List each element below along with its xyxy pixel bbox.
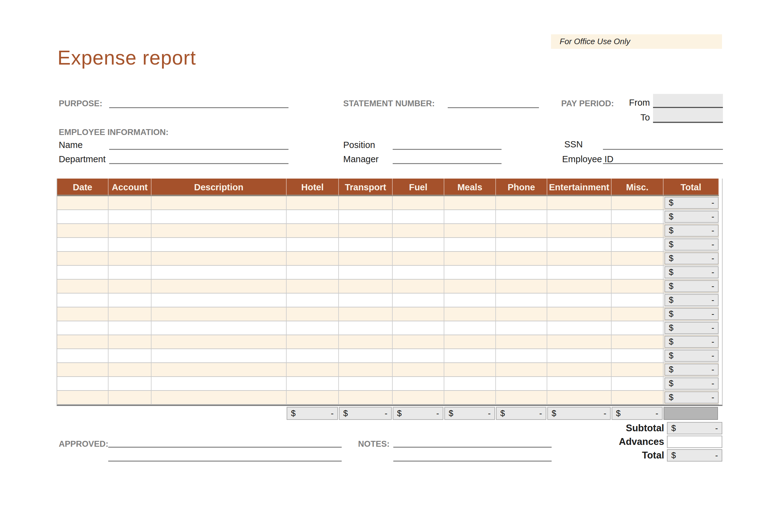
cell-hotel-row-12[interactable] (287, 349, 339, 363)
cell-hotel-row-10[interactable] (287, 321, 339, 335)
cell-misc-row-12[interactable] (612, 349, 664, 363)
cell-account-row-11[interactable] (108, 335, 151, 349)
cell-transport-row-2[interactable] (339, 210, 393, 224)
cell-account-row-2[interactable] (108, 210, 151, 224)
cell-entertainment-row-3[interactable] (547, 224, 612, 238)
cell-fuel-row-8[interactable] (393, 293, 444, 307)
cell-entertainment-row-5[interactable] (547, 252, 612, 266)
cell-account-row-12[interactable] (108, 349, 151, 363)
cell-fuel-row-11[interactable] (393, 335, 444, 349)
cell-description-row-12[interactable] (151, 349, 287, 363)
cell-date-row-5[interactable] (57, 252, 108, 266)
pay-period-from-input[interactable] (653, 94, 723, 108)
cell-account-row-3[interactable] (108, 224, 151, 238)
cell-hotel-row-7[interactable] (287, 280, 339, 293)
cell-entertainment-row-7[interactable] (547, 280, 612, 293)
notes-line-2[interactable] (393, 461, 551, 462)
cell-fuel-row-2[interactable] (393, 210, 444, 224)
cell-description-row-8[interactable] (151, 293, 287, 307)
cell-description-row-11[interactable] (151, 335, 287, 349)
cell-phone-row-12[interactable] (496, 349, 547, 363)
cell-account-row-4[interactable] (108, 238, 151, 252)
cell-date-row-13[interactable] (57, 363, 108, 377)
cell-hotel-row-1[interactable] (287, 196, 339, 210)
cell-misc-row-6[interactable] (612, 266, 664, 280)
advances-input[interactable] (667, 436, 722, 448)
cell-misc-row-9[interactable] (612, 307, 664, 321)
cell-description-row-4[interactable] (151, 238, 287, 252)
cell-misc-row-2[interactable] (612, 210, 664, 224)
cell-fuel-row-1[interactable] (393, 196, 444, 210)
cell-phone-row-11[interactable] (496, 335, 547, 349)
cell-hotel-row-9[interactable] (287, 307, 339, 321)
approved-signature-line-2[interactable] (108, 461, 342, 462)
cell-transport-row-15[interactable] (339, 391, 393, 405)
cell-misc-row-13[interactable] (612, 363, 664, 377)
cell-description-row-7[interactable] (151, 280, 287, 293)
cell-hotel-row-6[interactable] (287, 266, 339, 280)
cell-meals-row-12[interactable] (444, 349, 496, 363)
cell-date-row-7[interactable] (57, 280, 108, 293)
cell-account-row-14[interactable] (108, 377, 151, 391)
cell-fuel-row-10[interactable] (393, 321, 444, 335)
cell-entertainment-row-12[interactable] (547, 349, 612, 363)
cell-hotel-row-4[interactable] (287, 238, 339, 252)
cell-fuel-row-4[interactable] (393, 238, 444, 252)
cell-account-row-5[interactable] (108, 252, 151, 266)
cell-transport-row-1[interactable] (339, 196, 393, 210)
cell-meals-row-2[interactable] (444, 210, 496, 224)
cell-misc-row-11[interactable] (612, 335, 664, 349)
cell-fuel-row-13[interactable] (393, 363, 444, 377)
cell-fuel-row-14[interactable] (393, 377, 444, 391)
cell-phone-row-5[interactable] (496, 252, 547, 266)
cell-misc-row-1[interactable] (612, 196, 664, 210)
cell-meals-row-14[interactable] (444, 377, 496, 391)
cell-meals-row-3[interactable] (444, 224, 496, 238)
cell-hotel-row-3[interactable] (287, 224, 339, 238)
cell-entertainment-row-15[interactable] (547, 391, 612, 405)
cell-description-row-9[interactable] (151, 307, 287, 321)
cell-hotel-row-5[interactable] (287, 252, 339, 266)
cell-description-row-15[interactable] (151, 391, 287, 405)
cell-date-row-10[interactable] (57, 321, 108, 335)
cell-date-row-15[interactable] (57, 391, 108, 405)
cell-transport-row-11[interactable] (339, 335, 393, 349)
cell-hotel-row-11[interactable] (287, 335, 339, 349)
cell-meals-row-5[interactable] (444, 252, 496, 266)
cell-entertainment-row-6[interactable] (547, 266, 612, 280)
cell-date-row-3[interactable] (57, 224, 108, 238)
department-input-line[interactable] (109, 163, 289, 164)
cell-description-row-2[interactable] (151, 210, 287, 224)
cell-phone-row-4[interactable] (496, 238, 547, 252)
statement-number-input-line[interactable] (448, 107, 539, 108)
cell-entertainment-row-14[interactable] (547, 377, 612, 391)
cell-transport-row-12[interactable] (339, 349, 393, 363)
cell-account-row-7[interactable] (108, 280, 151, 293)
cell-misc-row-15[interactable] (612, 391, 664, 405)
cell-transport-row-6[interactable] (339, 266, 393, 280)
cell-misc-row-8[interactable] (612, 293, 664, 307)
cell-date-row-4[interactable] (57, 238, 108, 252)
cell-entertainment-row-9[interactable] (547, 307, 612, 321)
purpose-input-line[interactable] (109, 107, 289, 108)
cell-account-row-13[interactable] (108, 363, 151, 377)
cell-entertainment-row-8[interactable] (547, 293, 612, 307)
cell-misc-row-4[interactable] (612, 238, 664, 252)
cell-fuel-row-12[interactable] (393, 349, 444, 363)
cell-phone-row-14[interactable] (496, 377, 547, 391)
cell-fuel-row-7[interactable] (393, 280, 444, 293)
cell-description-row-5[interactable] (151, 252, 287, 266)
cell-description-row-1[interactable] (151, 196, 287, 210)
cell-entertainment-row-2[interactable] (547, 210, 612, 224)
cell-entertainment-row-4[interactable] (547, 238, 612, 252)
cell-meals-row-9[interactable] (444, 307, 496, 321)
position-input-line[interactable] (393, 149, 501, 150)
cell-phone-row-8[interactable] (496, 293, 547, 307)
name-input-line[interactable] (109, 149, 289, 150)
cell-meals-row-4[interactable] (444, 238, 496, 252)
cell-date-row-1[interactable] (57, 196, 108, 210)
cell-meals-row-10[interactable] (444, 321, 496, 335)
cell-transport-row-4[interactable] (339, 238, 393, 252)
cell-misc-row-10[interactable] (612, 321, 664, 335)
cell-hotel-row-8[interactable] (287, 293, 339, 307)
